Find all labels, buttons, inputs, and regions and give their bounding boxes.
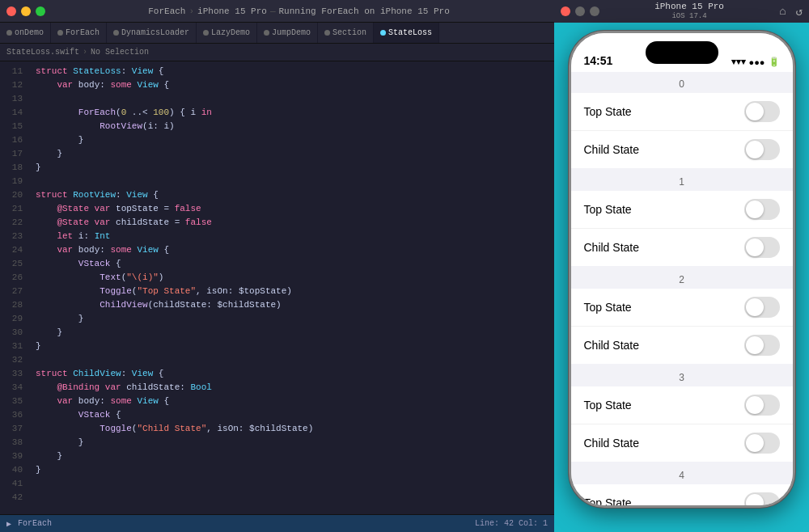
ios-toggle-0-0[interactable]: [744, 101, 780, 122]
title-bar: ForEach › iPhone 15 Pro — Running ForEac…: [0, 0, 554, 23]
toggle-row-3-1[interactable]: Child State: [571, 424, 793, 462]
ios-toggle-1-0[interactable]: [744, 199, 780, 220]
breadcrumb-bar: StateLoss.swift › No Selection: [0, 44, 554, 61]
toggle-row-3-0[interactable]: Top State: [571, 386, 793, 424]
sim-home-icon[interactable]: ⌂: [779, 5, 786, 18]
wifi-icon: ▾▾▾: [731, 57, 746, 67]
ios-toggle-3-1[interactable]: [744, 433, 780, 454]
line-numbers: 11 12 13 14 15 16 17 18 19 20 21 22 23 2…: [0, 61, 29, 514]
tab-lazy-demo[interactable]: LazyDemo: [197, 23, 257, 43]
status-icons: ▾▾▾ ●●● 🔋: [731, 57, 780, 67]
tab-dynamics-loader[interactable]: DynamicsLoader: [107, 23, 197, 43]
toggle-label-0-0: Top State: [584, 105, 744, 118]
bottom-bar: ▶ ForEach Line: 42 Col: 1: [0, 514, 554, 532]
toggle-label-3-0: Top State: [584, 399, 744, 412]
bottom-bar-label: ForEach: [18, 519, 52, 528]
toggle-label-3-1: Child State: [584, 437, 744, 450]
signal-icon: ●●●: [749, 57, 765, 67]
code-content[interactable]: struct StateLoss: View { var body: some …: [29, 61, 554, 514]
section-number-1: 1: [571, 170, 793, 191]
play-icon: ▶: [6, 519, 11, 529]
tab-section[interactable]: Section: [318, 23, 374, 43]
tab-jump-demo[interactable]: JumpDemo: [257, 23, 318, 43]
section-number-3: 3: [571, 365, 793, 386]
list-section-1: 1Top StateChild State: [571, 170, 793, 266]
toggle-label-2-0: Top State: [584, 301, 744, 314]
toggle-label-1-1: Child State: [584, 241, 744, 254]
iphone-frame: 14:51 ▾▾▾ ●●● 🔋 0Top StateChild State1To…: [569, 31, 795, 508]
ios-toggle-2-1[interactable]: [744, 335, 780, 356]
toggle-row-0-0[interactable]: Top State: [571, 93, 793, 131]
title-label: ForEach: [148, 6, 185, 16]
sim-title-text: iPhone 15 Pro iOS 17.4: [604, 2, 774, 21]
maximize-button[interactable]: [36, 6, 45, 16]
toggle-row-2-0[interactable]: Top State: [571, 289, 793, 327]
breadcrumb-item: No Selection: [91, 48, 149, 57]
section-number-0: 0: [571, 72, 793, 93]
status-time: 14:51: [584, 54, 613, 67]
tab-state-loss[interactable]: StateLoss: [374, 23, 439, 43]
battery-icon: 🔋: [769, 57, 780, 67]
section-card-1: Top StateChild State: [571, 191, 793, 266]
section-card-4: Top StateChild State: [571, 484, 793, 505]
ios-toggle-2-0[interactable]: [744, 297, 780, 318]
section-card-3: Top StateChild State: [571, 386, 793, 462]
toggle-row-2-1[interactable]: Child State: [571, 327, 793, 364]
section-number-2: 2: [571, 268, 793, 289]
ios-toggle-4-0[interactable]: [744, 492, 780, 505]
section-card-0: Top StateChild State: [571, 93, 793, 168]
editor-panel: ForEach › iPhone 15 Pro — Running ForEac…: [0, 0, 554, 532]
tab-on-demo[interactable]: onDemo: [0, 23, 51, 43]
close-button[interactable]: [6, 6, 16, 16]
list-content[interactable]: 0Top StateChild State1Top StateChild Sta…: [571, 72, 793, 505]
title-bar-center: ForEach › iPhone 15 Pro — Running ForEac…: [50, 6, 548, 16]
section-card-2: Top StateChild State: [571, 289, 793, 364]
dynamic-island: [646, 41, 718, 64]
ios-toggle-0-1[interactable]: [744, 139, 780, 160]
toggle-label-1-0: Top State: [584, 203, 744, 216]
breadcrumb-item: StateLoss.swift: [6, 48, 79, 57]
sim-titlebar: iPhone 15 Pro iOS 17.4 ⌂ ↺: [554, 0, 809, 23]
toggle-row-1-1[interactable]: Child State: [571, 229, 793, 266]
toggle-row-0-1[interactable]: Child State: [571, 131, 793, 168]
device-name-label: iPhone 15 Pro: [654, 2, 724, 12]
ios-toggle-1-1[interactable]: [744, 237, 780, 258]
toggle-label-0-1: Child State: [584, 143, 744, 156]
toggle-label-2-1: Child State: [584, 339, 744, 352]
simulator-panel: iPhone 15 Pro iOS 17.4 ⌂ ↺ 14:51 ▾▾▾ ●●●…: [554, 0, 809, 532]
section-number-4: 4: [571, 463, 793, 484]
code-area[interactable]: 11 12 13 14 15 16 17 18 19 20 21 22 23 2…: [0, 61, 554, 514]
ios-toggle-3-0[interactable]: [744, 395, 780, 416]
device-label: iPhone 15 Pro: [197, 6, 267, 16]
list-section-3: 3Top StateChild State: [571, 365, 793, 462]
tab-foreach[interactable]: ForEach: [51, 23, 107, 43]
running-label: Running ForEach on iPhone 15 Pro: [279, 6, 450, 16]
minimize-button[interactable]: [21, 6, 31, 16]
list-section-0: 0Top StateChild State: [571, 72, 793, 168]
list-section-4: 4Top StateChild State: [571, 463, 793, 505]
sim-close-button[interactable]: [561, 6, 570, 16]
toggle-row-4-0[interactable]: Top State: [571, 484, 793, 505]
tab-bar: onDemo ForEach DynamicsLoader LazyDemo J…: [0, 23, 554, 44]
status-label: Line: 42 Col: 1: [475, 519, 548, 528]
sim-maximize-button[interactable]: [590, 6, 599, 16]
toggle-label-4-0: Top State: [584, 496, 744, 505]
toggle-row-1-0[interactable]: Top State: [571, 191, 793, 229]
sim-minimize-button[interactable]: [575, 6, 585, 16]
ios-version-label: iOS 17.4: [671, 12, 706, 21]
sim-rotate-icon[interactable]: ↺: [796, 5, 803, 19]
list-section-2: 2Top StateChild State: [571, 268, 793, 364]
